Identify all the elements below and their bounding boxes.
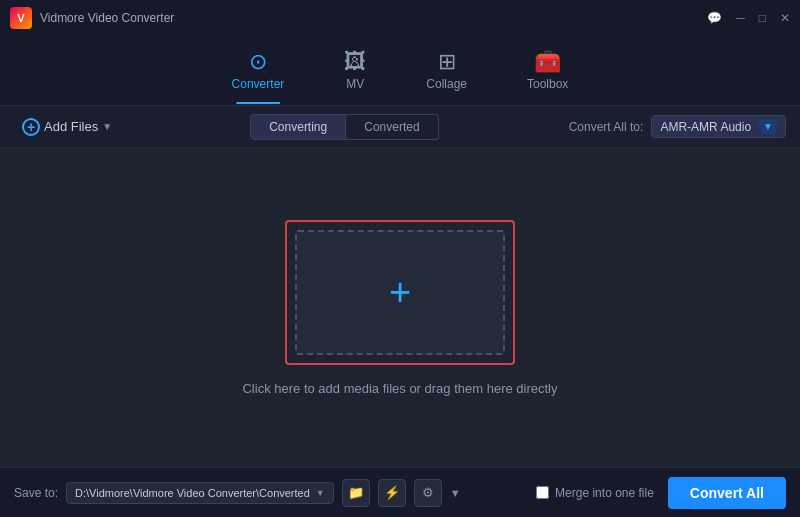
folder-icon-button[interactable]: 📁	[342, 479, 370, 507]
drop-zone-wrapper: +	[285, 220, 515, 365]
bolt-icon-button[interactable]: ⚡	[378, 479, 406, 507]
nav-item-collage[interactable]: ⊞ Collage	[416, 45, 477, 97]
title-bar-left: V Vidmore Video Converter	[10, 7, 174, 29]
app-logo: V	[10, 7, 32, 29]
nav-label-collage: Collage	[426, 77, 467, 91]
format-select[interactable]: AMR-AMR Audio ▼	[651, 115, 786, 138]
tab-converted[interactable]: Converted	[346, 114, 438, 140]
nav-item-converter[interactable]: ⊙ Converter	[222, 45, 295, 97]
save-to-label: Save to:	[14, 486, 58, 500]
save-to-section: Save to: D:\Vidmore\Vidmore Video Conver…	[14, 479, 461, 507]
maximize-button[interactable]: □	[759, 11, 766, 25]
add-files-dropdown-arrow: ▼	[102, 121, 112, 132]
nav-item-mv[interactable]: 🖼 MV	[334, 45, 376, 97]
app-title: Vidmore Video Converter	[40, 11, 174, 25]
convert-all-to-label: Convert All to:	[569, 120, 644, 134]
convert-all-to-section: Convert All to: AMR-AMR Audio ▼	[569, 115, 786, 138]
nav-label-toolbox: Toolbox	[527, 77, 568, 91]
add-files-button[interactable]: + Add Files ▼	[14, 114, 120, 140]
format-dropdown-arrow: ▼	[759, 119, 777, 134]
merge-checkbox-input[interactable]	[536, 486, 549, 499]
toolbox-icon: 🧰	[534, 51, 561, 73]
toolbar: + Add Files ▼ Converting Converted Conve…	[0, 106, 800, 148]
collage-icon: ⊞	[438, 51, 456, 73]
add-files-label: Add Files	[44, 119, 98, 134]
converter-icon: ⊙	[249, 51, 267, 73]
drop-plus-icon: +	[389, 273, 411, 311]
settings-icon-button[interactable]: ⚙	[414, 479, 442, 507]
tab-group: Converting Converted	[250, 114, 438, 140]
minimize-button[interactable]: ─	[736, 11, 745, 25]
mv-icon: 🖼	[344, 51, 366, 73]
add-plus-icon: +	[22, 118, 40, 136]
format-value: AMR-AMR Audio	[660, 120, 751, 134]
title-bar-controls: 💬 ─ □ ✕	[707, 11, 790, 25]
save-path-select[interactable]: D:\Vidmore\Vidmore Video Converter\Conve…	[66, 482, 334, 504]
title-bar: V Vidmore Video Converter 💬 ─ □ ✕	[0, 0, 800, 36]
merge-checkbox-label[interactable]: Merge into one file	[536, 486, 654, 500]
main-content: + Click here to add media files or drag …	[0, 148, 800, 467]
bottom-icons: 📁 ⚡ ⚙ ▼	[342, 479, 461, 507]
nav-item-toolbox[interactable]: 🧰 Toolbox	[517, 45, 578, 97]
nav-label-mv: MV	[346, 77, 364, 91]
bottom-right: Merge into one file Convert All	[536, 477, 786, 509]
convert-all-button[interactable]: Convert All	[668, 477, 786, 509]
nav-label-converter: Converter	[232, 77, 285, 91]
drop-zone-inner[interactable]: +	[295, 230, 505, 355]
logo-text: V	[17, 12, 24, 24]
tab-converting[interactable]: Converting	[250, 114, 346, 140]
bottom-bar: Save to: D:\Vidmore\Vidmore Video Conver…	[0, 467, 800, 517]
close-button[interactable]: ✕	[780, 11, 790, 25]
settings-arrow[interactable]: ▼	[450, 487, 461, 499]
drop-hint: Click here to add media files or drag th…	[242, 381, 557, 396]
save-path-text: D:\Vidmore\Vidmore Video Converter\Conve…	[75, 487, 310, 499]
chat-icon[interactable]: 💬	[707, 11, 722, 25]
save-path-arrow: ▼	[316, 488, 325, 498]
nav-bar: ⊙ Converter 🖼 MV ⊞ Collage 🧰 Toolbox	[0, 36, 800, 106]
merge-label: Merge into one file	[555, 486, 654, 500]
drop-zone-outer: +	[285, 220, 515, 365]
